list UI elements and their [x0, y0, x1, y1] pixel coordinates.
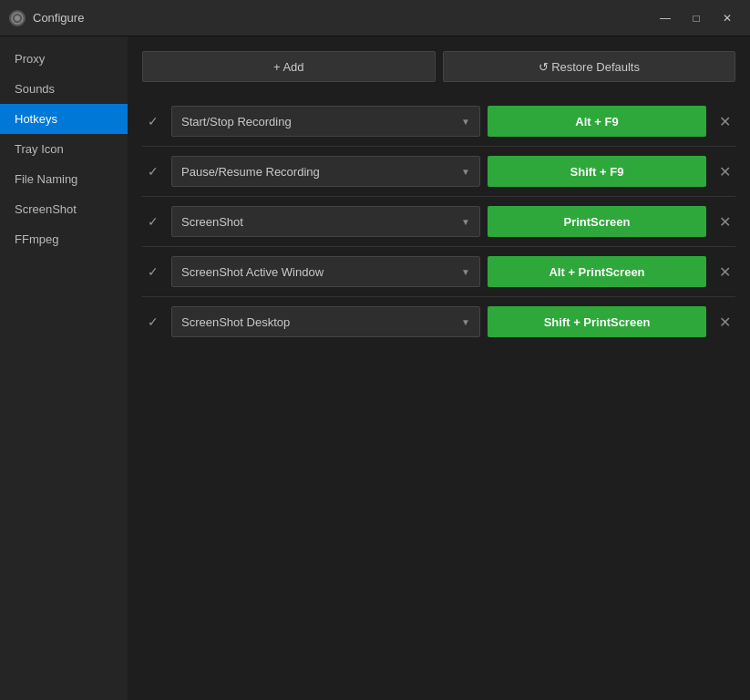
close-button[interactable]: ✕ [714, 7, 741, 29]
hotkey-row: ✓ ScreenShot ▼ PrintScreen ✕ [142, 197, 735, 247]
action-label: Start/Stop Recording [181, 115, 292, 129]
sidebar-item-screenshot[interactable]: ScreenShot [0, 194, 128, 224]
check-start-stop[interactable]: ✓ [142, 114, 164, 129]
chevron-down-icon: ▼ [461, 117, 470, 127]
app-icon [9, 10, 26, 26]
action-dropdown-screenshot-desktop[interactable]: ScreenShot Desktop ▼ [171, 306, 480, 337]
svg-point-1 [15, 15, 20, 21]
sidebar-item-hotkeys[interactable]: Hotkeys [0, 104, 128, 134]
delete-button-screenshot-desktop[interactable]: ✕ [714, 311, 735, 333]
action-label: ScreenShot Active Window [181, 265, 324, 279]
toolbar: + Add ↺ Restore Defaults [142, 51, 735, 82]
delete-button-start-stop[interactable]: ✕ [714, 110, 735, 132]
delete-button-pause-resume[interactable]: ✕ [714, 160, 735, 182]
minimize-button[interactable]: — [652, 7, 679, 29]
action-label: ScreenShot Desktop [181, 315, 290, 329]
check-screenshot-active[interactable]: ✓ [142, 264, 164, 279]
hotkey-row: ✓ Pause/Resume Recording ▼ Shift + F9 ✕ [142, 147, 735, 197]
key-badge-screenshot: PrintScreen [488, 206, 706, 237]
action-dropdown-screenshot[interactable]: ScreenShot ▼ [171, 206, 480, 237]
check-pause-resume[interactable]: ✓ [142, 164, 164, 179]
hotkey-row: ✓ ScreenShot Active Window ▼ Alt + Print… [142, 247, 735, 297]
sidebar-item-proxy[interactable]: Proxy [0, 44, 128, 74]
sidebar-item-tray-icon[interactable]: Tray Icon [0, 134, 128, 164]
action-dropdown-screenshot-active[interactable]: ScreenShot Active Window ▼ [171, 256, 480, 287]
check-screenshot[interactable]: ✓ [142, 214, 164, 229]
title-bar: Configure — □ ✕ [0, 0, 750, 36]
delete-button-screenshot-active[interactable]: ✕ [714, 261, 735, 283]
add-button[interactable]: + Add [142, 51, 436, 82]
hotkey-row: ✓ Start/Stop Recording ▼ Alt + F9 ✕ [142, 97, 735, 147]
key-badge-screenshot-active: Alt + PrintScreen [488, 256, 706, 287]
sidebar-item-file-naming[interactable]: File Naming [0, 164, 128, 194]
window-title: Configure [33, 11, 84, 25]
hotkey-row: ✓ ScreenShot Desktop ▼ Shift + PrintScre… [142, 297, 735, 346]
title-bar-left: Configure [9, 10, 84, 26]
chevron-down-icon: ▼ [461, 217, 470, 227]
content-area: + Add ↺ Restore Defaults ✓ Start/Stop Re… [128, 36, 750, 700]
maximize-button[interactable]: □ [683, 7, 710, 29]
chevron-down-icon: ▼ [461, 167, 470, 177]
sidebar-item-ffmpeg[interactable]: FFmpeg [0, 224, 128, 254]
chevron-down-icon: ▼ [461, 317, 470, 327]
check-screenshot-desktop[interactable]: ✓ [142, 314, 164, 329]
restore-defaults-button[interactable]: ↺ Restore Defaults [443, 51, 736, 82]
hotkey-list: ✓ Start/Stop Recording ▼ Alt + F9 ✕ ✓ Pa… [142, 97, 735, 346]
action-dropdown-pause-resume[interactable]: Pause/Resume Recording ▼ [171, 156, 480, 187]
sidebar: Proxy Sounds Hotkeys Tray Icon File Nami… [0, 36, 128, 700]
action-dropdown-start-stop[interactable]: Start/Stop Recording ▼ [171, 106, 480, 137]
chevron-down-icon: ▼ [461, 267, 470, 277]
delete-button-screenshot[interactable]: ✕ [714, 211, 735, 232]
main-layout: Proxy Sounds Hotkeys Tray Icon File Nami… [0, 36, 750, 700]
key-badge-screenshot-desktop: Shift + PrintScreen [488, 306, 706, 337]
action-label: ScreenShot [181, 215, 243, 229]
key-badge-pause-resume: Shift + F9 [488, 156, 706, 187]
action-label: Pause/Resume Recording [181, 165, 320, 179]
key-badge-start-stop: Alt + F9 [488, 106, 706, 137]
window-controls: — □ ✕ [652, 7, 741, 29]
sidebar-item-sounds[interactable]: Sounds [0, 74, 128, 104]
